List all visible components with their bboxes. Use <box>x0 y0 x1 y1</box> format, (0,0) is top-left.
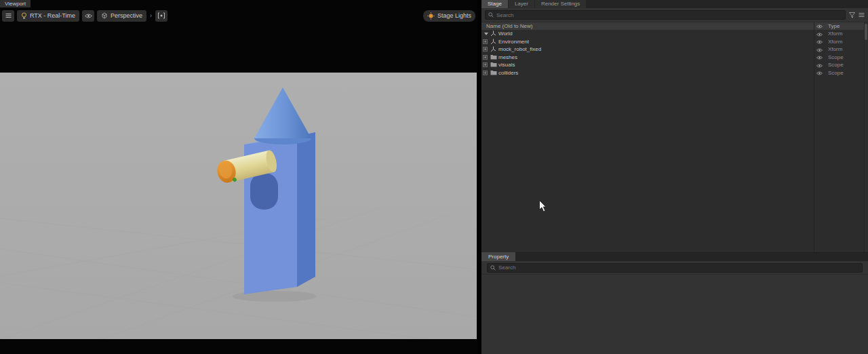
gizmo-point <box>233 178 237 182</box>
property-search-box[interactable] <box>487 263 863 273</box>
visibility-eye-icon[interactable] <box>816 71 823 77</box>
visibility-eye-icon[interactable] <box>816 39 823 45</box>
panel-options-icon[interactable] <box>859 12 865 18</box>
mock-robot-model[interactable] <box>215 87 317 302</box>
xform-icon <box>490 39 496 46</box>
property-search-row <box>481 261 868 275</box>
stage-search-row <box>481 8 868 22</box>
prim-name: Environment <box>498 38 529 46</box>
expander-icon[interactable] <box>484 33 488 35</box>
lightbulb-icon <box>21 12 27 20</box>
renderer-label: RTX - Real-Time <box>30 12 75 19</box>
chevron-right-icon[interactable]: › <box>149 12 153 19</box>
visibility-eye-icon[interactable] <box>816 32 823 38</box>
expander-icon[interactable]: + <box>483 39 488 44</box>
viewport-menu-button[interactable] <box>2 10 14 22</box>
eye-icon <box>85 14 92 18</box>
viewport-canvas[interactable] <box>0 73 477 339</box>
prim-name: meshes <box>498 54 517 62</box>
renderer-dropdown[interactable]: RTX - Real-Time <box>17 10 79 22</box>
column-header-visibility-eye-icon[interactable] <box>816 24 823 30</box>
prim-type: Scope <box>828 69 844 77</box>
visibility-eye-icon[interactable] <box>816 63 823 69</box>
prim-type: Xform <box>828 30 842 38</box>
expander-icon[interactable]: + <box>483 71 488 75</box>
visibility-eye-icon[interactable] <box>816 47 823 54</box>
tree-row[interactable]: + Environment Xform <box>481 38 868 46</box>
viewport-tab[interactable]: Viewport <box>0 0 31 7</box>
property-search-input[interactable] <box>498 264 859 271</box>
tab-property[interactable]: Property <box>481 252 515 261</box>
tree-scrollbar-thumb[interactable] <box>865 24 867 40</box>
xform-icon <box>490 46 496 54</box>
stage-search-input[interactable] <box>496 12 842 18</box>
prim-name: colliders <box>498 69 518 77</box>
stage-lights-label: Stage Lights <box>437 12 471 19</box>
prim-type: Xform <box>828 45 842 54</box>
tab-render-settings[interactable]: Render Settings <box>535 0 586 8</box>
tab-layer[interactable]: Layer <box>509 0 534 8</box>
stage-search-box[interactable] <box>485 10 846 20</box>
isolate-select-icon <box>157 12 165 19</box>
tree-row[interactable]: + mock_robot_fixed Xform <box>481 45 868 54</box>
tab-stage[interactable]: Stage <box>481 0 508 8</box>
tree-scrollbar[interactable] <box>864 22 868 252</box>
stage-tree-header: Name (Old to New) Type <box>481 22 868 30</box>
tree-row[interactable]: + meshes Scope <box>481 54 868 62</box>
viewport-toolbar: RTX - Real-Time Perspective › Stage Ligh… <box>2 9 475 22</box>
property-body <box>481 275 868 354</box>
tree-row[interactable]: + colliders Scope <box>481 69 868 77</box>
prim-name: mock_robot_fixed <box>498 45 541 54</box>
ground-grid <box>0 208 477 339</box>
column-header-type[interactable]: Type <box>828 22 840 30</box>
stage-tree-rows: World Xform + Environment Xform + mock_r… <box>481 30 868 252</box>
prim-type: Scope <box>828 61 844 69</box>
prim-name: visuals <box>498 61 515 69</box>
mouse-cursor <box>539 200 547 212</box>
hamburger-icon <box>5 13 12 18</box>
folder-icon <box>490 54 497 61</box>
viewport-visibility-button[interactable] <box>82 10 94 22</box>
column-divider <box>814 22 814 252</box>
camera-label: Perspective <box>111 12 142 19</box>
expander-icon[interactable]: + <box>483 47 488 52</box>
isolate-select-button[interactable] <box>155 10 167 22</box>
property-tabbar: Property <box>481 252 868 261</box>
search-icon <box>488 12 494 18</box>
tree-row[interactable]: World Xform <box>481 30 868 38</box>
search-icon <box>490 265 496 271</box>
prim-name: World <box>498 30 513 38</box>
expander-icon[interactable]: + <box>483 62 488 67</box>
stage-tabbar: Stage Layer Render Settings <box>481 0 868 8</box>
stage-lights-button[interactable]: Stage Lights <box>423 10 475 22</box>
tree-row[interactable]: + visuals Scope <box>481 61 868 69</box>
prim-type: Xform <box>828 38 842 46</box>
expander-icon[interactable]: + <box>483 55 488 60</box>
folder-icon <box>490 62 497 68</box>
camera-cube-icon <box>101 12 108 19</box>
camera-dropdown[interactable]: Perspective <box>97 10 146 22</box>
viewport-panel: Viewport RTX - Real-Time Perspective › <box>0 0 477 354</box>
column-header-name[interactable]: Name (Old to New) <box>486 22 532 30</box>
stage-panel: Stage Layer Render Settings Name (Old to… <box>481 0 868 354</box>
visibility-eye-icon[interactable] <box>816 55 823 61</box>
folder-icon <box>490 70 497 77</box>
sun-icon <box>427 12 435 20</box>
xform-icon <box>490 31 496 38</box>
filter-icon[interactable] <box>849 12 855 18</box>
prim-type: Scope <box>828 54 844 62</box>
